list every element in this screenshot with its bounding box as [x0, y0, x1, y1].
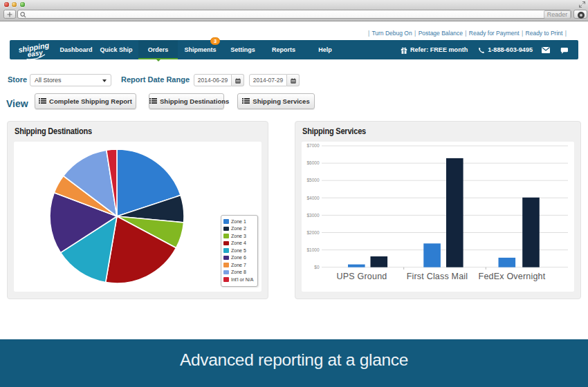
- svg-text:$6000: $6000: [306, 160, 319, 165]
- svg-text:$7000: $7000: [306, 143, 319, 148]
- svg-text:$0: $0: [314, 265, 320, 270]
- svg-text:$5000: $5000: [306, 178, 319, 182]
- svg-text:$3000: $3000: [306, 213, 319, 218]
- svg-text:$4000: $4000: [306, 196, 319, 200]
- svg-text:$1000: $1000: [306, 247, 319, 252]
- svg-text:$2000: $2000: [306, 230, 319, 235]
